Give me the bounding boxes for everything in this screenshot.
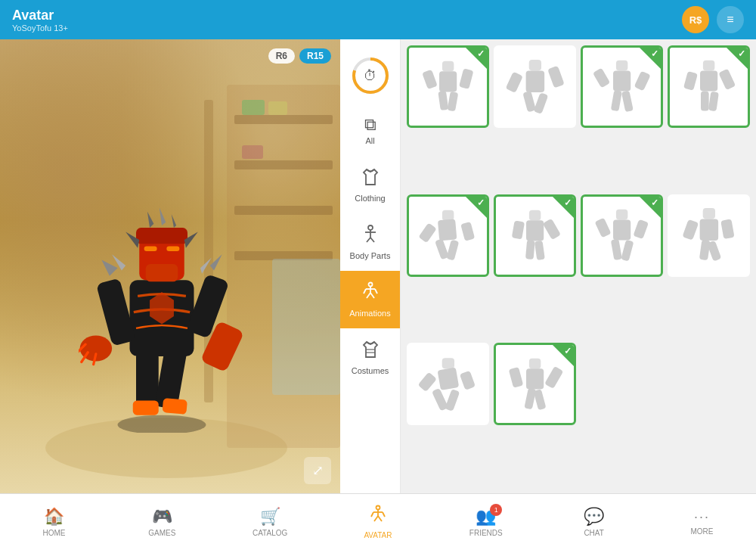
avatar-nav-label: AVATAR xyxy=(364,531,392,539)
animations-icon xyxy=(360,281,381,306)
svg-rect-100 xyxy=(442,358,454,368)
svg-rect-79 xyxy=(460,221,475,241)
bottom-nav-more[interactable]: ··· MORE xyxy=(675,509,728,536)
chat-icon: 💬 xyxy=(584,507,604,527)
games-label: GAMES xyxy=(148,529,175,537)
grid-empty-1 xyxy=(581,343,663,487)
chat-label: CHAT xyxy=(584,529,603,537)
header-title-area: Avatar YoSoyTofu 13+ xyxy=(12,8,68,33)
sidebar-item-clothing[interactable]: Clothing xyxy=(340,156,400,213)
grid-item-1[interactable] xyxy=(407,45,489,128)
svg-rect-64 xyxy=(616,61,627,71)
svg-rect-34 xyxy=(146,264,178,281)
friends-icon: 👥 1 xyxy=(476,507,496,527)
svg-rect-96 xyxy=(682,219,699,241)
bottom-navigation: 🏠 HOME 🎮 GAMES 🛒 CATALOG AVATAR 👥 1 xyxy=(0,493,756,550)
svg-rect-73 xyxy=(718,69,736,90)
all-icon: ⧉ xyxy=(364,117,376,133)
svg-line-42 xyxy=(370,238,374,242)
bottom-nav-chat[interactable]: 💬 CHAT xyxy=(568,507,621,537)
svg-rect-9 xyxy=(272,259,340,395)
grid-item-4[interactable] xyxy=(668,45,750,128)
menu-button[interactable]: ≡ xyxy=(717,6,744,33)
svg-rect-69 xyxy=(621,90,634,112)
grid-item-3[interactable] xyxy=(581,45,663,128)
svg-rect-103 xyxy=(459,371,475,390)
svg-line-118 xyxy=(383,512,385,517)
svg-rect-88 xyxy=(616,209,627,219)
bottom-nav-games[interactable]: 🎮 GAMES xyxy=(135,507,188,537)
header-actions: R$ ≡ xyxy=(682,6,744,33)
svg-rect-93 xyxy=(621,239,634,261)
svg-rect-92 xyxy=(611,238,622,259)
svg-rect-31 xyxy=(166,247,179,251)
animation-figure-7 xyxy=(593,207,651,265)
grid-item-9[interactable] xyxy=(407,343,489,425)
svg-marker-28 xyxy=(160,208,166,225)
svg-rect-14 xyxy=(133,401,159,415)
catalog-icon: 🛒 xyxy=(260,507,280,527)
svg-rect-30 xyxy=(144,247,157,251)
svg-rect-101 xyxy=(437,367,459,390)
svg-rect-60 xyxy=(505,71,522,92)
bottom-nav-friends[interactable]: 👥 1 FRIENDS xyxy=(460,507,513,537)
svg-rect-91 xyxy=(633,219,649,238)
robux-button[interactable]: R$ xyxy=(682,6,709,33)
grid-item-5[interactable] xyxy=(407,194,489,277)
animation-grid xyxy=(401,39,756,493)
svg-rect-98 xyxy=(699,240,710,261)
grid-item-10[interactable] xyxy=(494,343,576,425)
grid-item-6[interactable] xyxy=(494,194,576,277)
svg-point-112 xyxy=(376,506,380,510)
svg-rect-90 xyxy=(594,217,611,238)
svg-rect-52 xyxy=(442,61,454,72)
svg-rect-95 xyxy=(699,219,718,241)
svg-rect-102 xyxy=(417,372,436,392)
svg-rect-75 xyxy=(708,92,719,111)
sidebar-body-parts-label: Body Parts xyxy=(350,251,391,260)
svg-rect-26 xyxy=(136,228,187,244)
sidebar-item-body-parts[interactable]: Body Parts xyxy=(340,213,400,271)
expand-button[interactable]: ⤢ xyxy=(304,457,331,484)
svg-rect-72 xyxy=(683,71,698,91)
grid-item-2[interactable] xyxy=(494,45,576,128)
username-subtitle: YoSoyTofu 13+ xyxy=(12,23,68,33)
svg-marker-23 xyxy=(210,254,222,270)
grid-item-8[interactable] xyxy=(668,194,750,277)
games-icon: 🎮 xyxy=(152,507,172,527)
avatar-viewport: R6 R15 xyxy=(0,39,340,493)
svg-rect-105 xyxy=(445,389,460,412)
bottom-nav-home[interactable]: 🏠 HOME xyxy=(27,507,80,537)
grid-item-7[interactable] xyxy=(581,194,663,277)
svg-rect-81 xyxy=(446,239,459,260)
svg-rect-53 xyxy=(439,71,457,92)
bottom-nav-catalog[interactable]: 🛒 CATALOG xyxy=(243,507,296,537)
avatar-nav-icon xyxy=(368,505,388,529)
r6-badge[interactable]: R6 xyxy=(268,48,295,64)
friends-badge-count: 1 xyxy=(490,504,502,516)
recent-ring-container: ⏱ xyxy=(351,56,390,95)
svg-rect-59 xyxy=(525,70,544,92)
svg-rect-86 xyxy=(525,240,535,259)
costumes-icon xyxy=(360,339,381,363)
svg-point-38 xyxy=(368,225,373,230)
svg-rect-111 xyxy=(533,389,546,410)
svg-line-117 xyxy=(371,512,373,517)
svg-point-11 xyxy=(118,415,206,433)
svg-rect-15 xyxy=(163,398,187,415)
sidebar-item-animations[interactable]: Animations xyxy=(340,271,400,328)
svg-rect-97 xyxy=(720,219,734,240)
svg-rect-65 xyxy=(613,70,631,91)
r15-badge[interactable]: R15 xyxy=(299,48,331,64)
svg-rect-110 xyxy=(524,388,536,410)
menu-icon: ≡ xyxy=(727,13,733,26)
svg-rect-12 xyxy=(136,353,159,409)
animation-figure-3 xyxy=(593,57,651,116)
svg-rect-3 xyxy=(234,160,333,169)
sidebar-item-recent[interactable]: ⏱ xyxy=(340,45,400,106)
bottom-nav-avatar[interactable]: AVATAR xyxy=(352,505,404,539)
svg-line-47 xyxy=(370,293,374,298)
sidebar-item-costumes[interactable]: Costumes xyxy=(340,328,400,386)
svg-rect-67 xyxy=(634,70,651,91)
sidebar-item-all[interactable]: ⧉ All xyxy=(340,106,400,156)
